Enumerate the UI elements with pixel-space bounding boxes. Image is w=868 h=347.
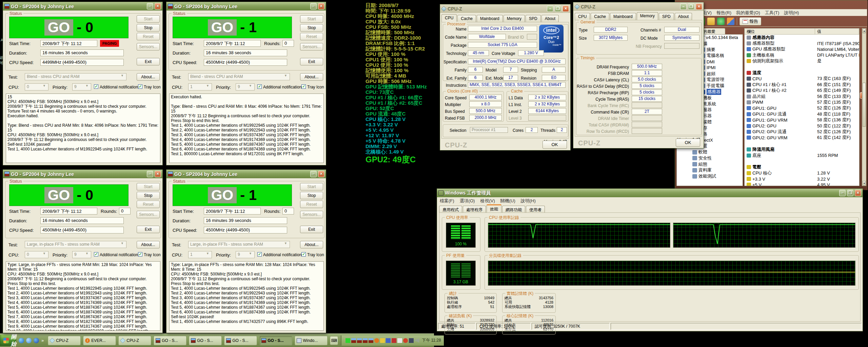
stop-button[interactable]: Stop — [137, 192, 160, 199]
test-dropdown[interactable]: Blend - stress CPU and RAM — [188, 73, 290, 80]
scroll-up-icon[interactable]: ▲ — [863, 28, 866, 33]
tab-mainboard[interactable]: Mainboard — [610, 13, 636, 20]
close-button[interactable]: × — [563, 5, 569, 12]
additional-notification-checkbox[interactable]: ✓ — [257, 252, 262, 257]
refresh-icon[interactable] — [717, 18, 725, 25]
ok-button[interactable]: OK — [676, 139, 700, 147]
tab-about[interactable]: About — [675, 13, 692, 20]
white-tray-icon[interactable] — [397, 338, 402, 343]
scrollbar[interactable]: ▲ ▼ — [862, 28, 866, 186]
sp2004-volcano-icon-4[interactable] — [369, 338, 373, 343]
tab-memory[interactable]: Memory — [637, 12, 658, 20]
maximize-button[interactable]: ❐ — [847, 190, 853, 196]
menu-tools[interactable]: 工具(T) — [765, 10, 780, 15]
tab-mainboard[interactable]: Mainboard — [477, 15, 503, 22]
minimize-button[interactable]: – — [310, 3, 317, 9]
tree-item[interactable]: 效能測試 — [677, 173, 743, 179]
tray-icon-checkbox[interactable]: ✓ — [138, 252, 142, 257]
column-value[interactable]: 值 — [815, 28, 859, 34]
start-button[interactable]: Start — [300, 15, 323, 23]
test-log[interactable]: Execution halted. Type: Blend - stress C… — [169, 94, 324, 163]
close-button[interactable]: × — [155, 171, 161, 177]
green-led-icon[interactable] — [346, 338, 350, 343]
menu-favorites[interactable]: 我的最愛(O) — [736, 10, 760, 15]
sp2004-volcano-icon-2[interactable] — [357, 338, 362, 343]
menu-help[interactable]: 說明(H) — [784, 10, 799, 15]
maximize-button[interactable]: ❐ — [555, 5, 561, 12]
start-button[interactable]: Start — [300, 183, 323, 190]
language-bar-keyboard-icon[interactable]: ⌨ — [330, 336, 338, 345]
red-circle-tray-icon[interactable] — [403, 338, 408, 343]
scrollbar-thumb[interactable] — [863, 83, 866, 127]
column-field[interactable]: 欄位 — [745, 28, 815, 34]
tab-cache[interactable]: Cache — [591, 13, 609, 20]
volume-icon[interactable] — [415, 338, 419, 343]
exit-button[interactable]: Exit — [137, 58, 160, 65]
test-dropdown[interactable]: Large, in-place FFTs - stress some RAM — [188, 241, 290, 248]
sp2004-volcano-icon-3[interactable] — [363, 338, 368, 343]
internet-explorer-icon[interactable] — [19, 338, 24, 343]
tab-cpu[interactable]: CPU — [575, 13, 590, 20]
everest-info-icon[interactable] — [374, 338, 379, 343]
tree-item[interactable]: 軟體 — [677, 149, 743, 155]
sensors-button[interactable]: Sensors... — [137, 43, 160, 50]
scroll-down-icon[interactable]: ▼ — [863, 181, 866, 186]
close-button[interactable]: × — [155, 3, 161, 9]
minimize-button[interactable]: – — [147, 3, 153, 9]
start-button[interactable]: 開始 — [0, 335, 16, 346]
taskbar-button-cpuz-2[interactable]: CPU-Z — [118, 336, 151, 345]
minimize-button[interactable]: – — [310, 171, 317, 177]
test-log[interactable]: Type: Large, in-place FFTs - stress some… — [6, 261, 160, 331]
maximize-button[interactable]: ❐ — [688, 3, 694, 10]
menu-view[interactable]: 檢視(V) — [480, 198, 495, 203]
reset-button[interactable]: Reset — [137, 201, 160, 208]
test-log[interactable]: Type: Large, in-place FFTs - stress some… — [169, 261, 324, 331]
taskbar-button-go-3[interactable]: GO - S... — [224, 336, 257, 345]
stop-button[interactable]: Stop — [300, 192, 323, 199]
tree-item[interactable]: 資料庫 — [677, 167, 743, 174]
taskbar-button-taskmgr[interactable]: Windo... — [295, 336, 328, 345]
sp2004-volcano-icon-1[interactable] — [351, 338, 356, 343]
red-a-tray-icon[interactable] — [392, 338, 396, 343]
about-button[interactable]: About... — [137, 73, 160, 81]
tab-cache[interactable]: Cache — [457, 15, 476, 22]
about-button[interactable]: About... — [300, 241, 323, 248]
additional-notification-checkbox[interactable]: ✓ — [94, 84, 98, 89]
tab-cpu[interactable]: CPU — [441, 14, 457, 22]
tree-item[interactable]: 組態 — [677, 161, 743, 167]
start-button[interactable]: Start — [137, 15, 160, 23]
taskbar-clock[interactable]: 下午 11:28 — [422, 338, 441, 343]
additional-notification-checkbox[interactable]: ✓ — [94, 252, 98, 257]
tab-spd[interactable]: SPD — [526, 15, 541, 22]
close-button[interactable]: × — [855, 190, 861, 196]
reset-button[interactable]: Reset — [300, 201, 323, 208]
minimize-button[interactable]: – — [839, 190, 846, 196]
test-dropdown[interactable]: Large, in-place FFTs - stress some RAM — [25, 241, 126, 248]
reset-button[interactable]: Reset — [300, 33, 323, 40]
folder-up-icon[interactable] — [707, 18, 715, 25]
quicklaunch-overflow-chevron[interactable]: » — [41, 338, 44, 343]
tray-icon-checkbox[interactable]: ✓ — [138, 84, 142, 89]
taskbar-button-cpuz-1[interactable]: CPU-Z — [48, 336, 81, 345]
menu-options[interactable]: 選項(O) — [460, 198, 475, 203]
start-button[interactable]: Start — [137, 183, 160, 190]
report-button[interactable]: 報告 — [739, 17, 761, 25]
tab-memory[interactable]: Memory — [504, 15, 525, 22]
taskbar-button-go-2[interactable]: GO - S... — [189, 336, 222, 345]
taskbar-button-everest[interactable]: iEVER... — [83, 336, 116, 345]
sensors-button[interactable]: Sensors... — [300, 43, 323, 50]
stop-button[interactable]: Stop — [300, 24, 323, 32]
tray-icon-checkbox[interactable]: ✓ — [301, 252, 306, 257]
blue-tray-icon[interactable] — [386, 338, 391, 343]
test-log[interactable]: 15 CPU: 4500MHz FSB: 500MHz [500MHz x 9.… — [6, 94, 160, 163]
menu-shutdown[interactable]: 關機(U) — [500, 198, 515, 203]
selection-dropdown[interactable]: Processor #1 — [470, 127, 508, 133]
dark-tray-icon[interactable] — [409, 338, 414, 343]
about-button[interactable]: About... — [137, 241, 160, 248]
reset-button[interactable]: Reset — [137, 33, 160, 40]
users-icon[interactable] — [727, 18, 734, 25]
browser-icon[interactable] — [34, 338, 39, 343]
exit-button[interactable]: Exit — [137, 226, 160, 233]
tab-spd[interactable]: SPD — [659, 13, 674, 20]
sensor-value-list[interactable]: 欄位 值 感應器內容 感應器類型ITE IT8718F (ISA 290h) G… — [744, 28, 860, 186]
